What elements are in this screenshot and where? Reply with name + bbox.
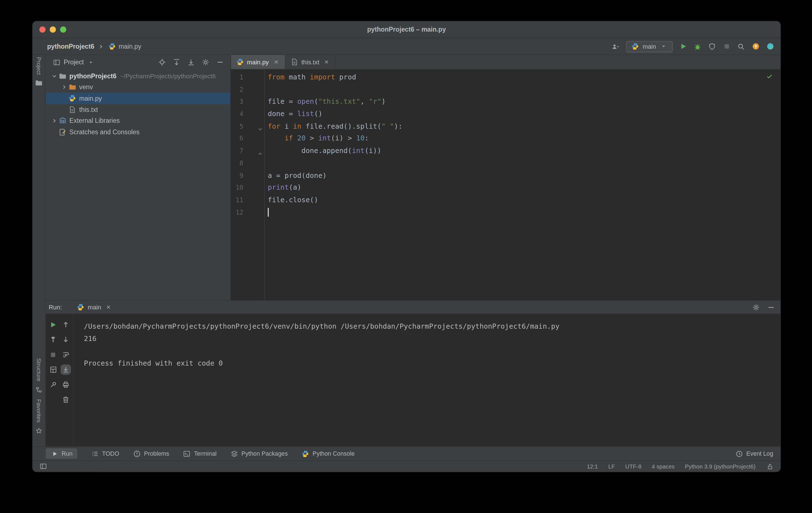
console-output[interactable]: /Users/bohdan/PycharmProjects/pythonProj…: [74, 314, 780, 447]
locate-icon[interactable]: [158, 58, 166, 66]
code-pane[interactable]: from math import prodfile = open("this.t…: [265, 70, 780, 300]
status-utf-8[interactable]: UTF-8: [625, 463, 642, 469]
console-line: Process finished with exit code 0: [84, 357, 775, 370]
problems-icon: [133, 450, 141, 458]
stripe-button-structure[interactable]: Structure: [35, 358, 43, 394]
run-configuration-selector[interactable]: main: [626, 40, 673, 52]
gutter-line: 11: [231, 194, 264, 206]
main-toolbar: main: [612, 40, 774, 52]
favorites-star-icon: [35, 427, 43, 435]
close-icon[interactable]: [104, 303, 113, 311]
chevron-right-icon[interactable]: [59, 84, 68, 90]
tree-item-label: pythonProject6: [69, 73, 117, 80]
code-line: from math import prod: [268, 71, 780, 83]
toolwindow-button-python-console[interactable]: Python Console: [301, 450, 355, 458]
line-number: 5: [231, 120, 243, 133]
close-icon[interactable]: [272, 58, 280, 66]
code-with-me-icon[interactable]: [766, 42, 774, 51]
update-icon[interactable]: [751, 42, 760, 51]
python-icon: [631, 42, 640, 51]
check-icon[interactable]: [765, 72, 774, 81]
tree-item-pythonproject6[interactable]: pythonProject6~/PycharmProjects/pythonPr…: [46, 71, 231, 82]
caret-down-icon[interactable]: [87, 58, 95, 66]
tab-this-txt[interactable]: this.txt: [285, 55, 336, 69]
tree-item-this-txt[interactable]: this.txt: [46, 104, 231, 115]
line-number: 10: [231, 182, 243, 194]
toolwindow-button-run[interactable]: Run: [46, 449, 77, 459]
status-lf[interactable]: LF: [608, 463, 615, 469]
close-icon[interactable]: [322, 58, 331, 66]
expand-all-icon[interactable]: [172, 58, 181, 66]
restore-layout-icon[interactable]: [49, 366, 57, 374]
collapse-all-icon[interactable]: [187, 58, 195, 66]
coverage-icon[interactable]: [708, 42, 716, 51]
window-layout-icon[interactable]: [39, 462, 47, 470]
event-log-icon: [735, 450, 743, 458]
code-editor[interactable]: 123456789101112 from math import prodfil…: [231, 70, 780, 300]
breadcrumb-label: pythonProject6: [47, 43, 94, 50]
text-caret: [268, 208, 268, 217]
scroll-end-icon[interactable]: [61, 366, 70, 374]
unlocked-icon[interactable]: [766, 462, 774, 470]
chevron-right-icon[interactable]: [50, 118, 59, 124]
status-12-1[interactable]: 12:1: [587, 463, 598, 469]
toolwindow-button-event-log[interactable]: Event Log: [735, 450, 773, 458]
run-tab-main[interactable]: main: [76, 303, 113, 311]
toolwindow-button-python-packages[interactable]: Python Packages: [230, 450, 288, 458]
play-icon: [50, 450, 59, 458]
run-tool-window: Run: main /Users/bohdan/PycharmProjects/…: [46, 300, 780, 447]
hide-icon[interactable]: [216, 58, 224, 66]
build-icon[interactable]: [49, 335, 57, 344]
tree-item-external-libraries[interactable]: External Libraries: [46, 115, 231, 127]
tree-item-main-py[interactable]: main.py: [46, 93, 231, 104]
stop-icon[interactable]: [722, 42, 731, 51]
toolwindow-button-terminal[interactable]: Terminal: [183, 450, 216, 458]
pin-icon[interactable]: [49, 380, 57, 389]
screen: pythonProject6 – main.py pythonProject6m…: [0, 0, 812, 513]
tab-label: main.py: [247, 58, 269, 65]
clear-icon[interactable]: [61, 396, 70, 404]
breadcrumb-main-py[interactable]: main.py: [108, 42, 141, 51]
tab-main-py[interactable]: main.py: [231, 55, 286, 69]
project-panel-title[interactable]: Project: [64, 58, 84, 66]
print-icon[interactable]: [61, 380, 70, 389]
libraries-icon: [58, 117, 69, 125]
zoom-button[interactable]: [60, 27, 66, 33]
status-4-spaces[interactable]: 4 spaces: [652, 463, 675, 469]
line-number: 2: [231, 83, 243, 96]
tree-item-scratches-and-consoles[interactable]: Scratches and Consoles: [46, 127, 231, 138]
minimize-button[interactable]: [50, 27, 56, 33]
close-button[interactable]: [39, 27, 46, 33]
search-icon[interactable]: [737, 42, 745, 51]
status-python-3-9-pythonproject6[interactable]: Python 3.9 (pythonProject6): [685, 463, 756, 469]
rerun-icon[interactable]: [49, 320, 57, 329]
structure-icon: [35, 385, 43, 394]
stripe-label-project: Project: [36, 57, 42, 75]
stripe-button-favorites[interactable]: Favorites: [35, 399, 43, 435]
hide-icon[interactable]: [767, 303, 775, 311]
stripe-label-structure: Structure: [36, 358, 42, 381]
tree-item-venv[interactable]: venv: [46, 82, 231, 93]
stripe-button-project[interactable]: Project: [35, 57, 43, 87]
stripe-label-favorites: Favorites: [36, 399, 42, 422]
tab-label: this.txt: [301, 58, 319, 65]
gutter-line: 7: [231, 144, 264, 157]
toolwindow-button-todo[interactable]: TODO: [91, 450, 119, 458]
editor-gutter: 123456789101112: [231, 70, 265, 300]
breadcrumb-pythonproject6[interactable]: pythonProject6: [47, 43, 94, 50]
title-bar[interactable]: pythonProject6 – main.py: [33, 21, 780, 38]
stop-icon[interactable]: [49, 350, 57, 359]
folder-icon: [58, 72, 69, 80]
breadcrumb-label: main.py: [118, 43, 141, 50]
toolwindow-button-problems[interactable]: Problems: [133, 450, 169, 458]
code-line: [268, 206, 780, 218]
settings-icon[interactable]: [201, 58, 210, 66]
settings-icon[interactable]: [752, 303, 760, 311]
run-icon[interactable]: [679, 42, 687, 51]
chevron-down-icon[interactable]: [50, 73, 59, 79]
down-icon[interactable]: [61, 335, 70, 344]
user-icon[interactable]: [612, 42, 620, 51]
debug-icon[interactable]: [694, 42, 702, 51]
up-icon[interactable]: [61, 320, 70, 329]
soft-wrap-icon[interactable]: [61, 350, 70, 359]
